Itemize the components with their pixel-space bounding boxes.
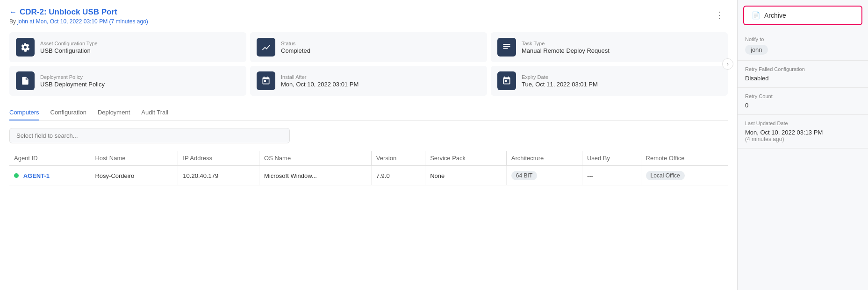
col-remote-office: Remote Office: [641, 151, 728, 166]
last-updated-label: Last Updated Date: [745, 120, 861, 126]
list-icon: [497, 38, 516, 57]
status-label: Status: [281, 41, 310, 46]
task-type-label: Task Type: [522, 41, 610, 46]
subtitle-user: john: [17, 18, 28, 25]
col-host-name: Host Name: [90, 151, 178, 166]
notify-to-label: Notify to: [745, 36, 861, 42]
cell-agent-id: AGENT-1: [9, 166, 90, 185]
tab-audit-trail[interactable]: Audit Trail: [141, 105, 168, 120]
sidebar: 📄 Archive Notify to john Retry Failed Co…: [737, 0, 868, 290]
cell-host-name: Rosy-Cordeiro: [90, 166, 178, 185]
calendar-install-icon: [257, 71, 275, 90]
page-subtitle: By john at Mon, Oct 10, 2022 03:10 PM (7…: [9, 18, 148, 25]
back-arrow-icon: ←: [9, 8, 17, 16]
retry-count-section: Retry Count 0: [738, 88, 868, 115]
install-after-label: Install After: [281, 74, 359, 80]
cell-architecture: 64 BIT: [506, 166, 582, 185]
archive-icon: 📄: [752, 11, 760, 20]
computers-table-wrapper: Agent ID Host Name IP Address OS Name Ve…: [9, 151, 728, 185]
col-architecture: Architecture: [506, 151, 582, 166]
info-card-deployment-policy: Deployment Policy USB Deployment Policy: [9, 66, 246, 96]
notify-to-section: Notify to john: [738, 31, 868, 61]
status-value: Completed: [281, 47, 310, 54]
gear-icon: [16, 38, 35, 57]
cell-ip-address: 10.20.40.179: [178, 166, 259, 185]
archive-label: Archive: [764, 12, 786, 19]
install-after-value: Mon, Oct 10, 2022 03:01 PM: [281, 81, 359, 88]
col-os-name: OS Name: [259, 151, 372, 166]
expiry-date-value: Tue, Oct 11, 2022 03:01 PM: [522, 81, 598, 88]
cell-os-name: Microsoft Window...: [259, 166, 372, 185]
remote-office-badge: Local Office: [646, 171, 685, 180]
trend-icon: [257, 38, 275, 57]
archive-button[interactable]: 📄 Archive: [743, 6, 862, 25]
expand-cards-button[interactable]: ›: [722, 58, 733, 70]
info-card-asset-config: Asset Configuration Type USB Configurati…: [9, 32, 246, 62]
task-type-value: Manual Remote Deploy Request: [522, 47, 610, 54]
info-card-status: Status Completed: [250, 32, 487, 62]
more-options-button[interactable]: ⋮: [711, 7, 728, 22]
notify-to-value: john: [745, 45, 768, 55]
svg-rect-1: [503, 46, 510, 47]
computers-table: Agent ID Host Name IP Address OS Name Ve…: [9, 151, 728, 185]
col-used-by: Used By: [582, 151, 641, 166]
retry-failed-section: Retry Failed Configuration Disabled: [738, 61, 868, 88]
retry-failed-value: Disabled: [745, 75, 861, 82]
status-online-dot: [14, 173, 19, 178]
info-card-install-after: Install After Mon, Oct 10, 2022 03:01 PM: [250, 66, 487, 96]
tab-deployment[interactable]: Deployment: [98, 105, 130, 120]
tab-configuration[interactable]: Configuration: [50, 105, 86, 120]
architecture-badge: 64 BIT: [511, 171, 537, 180]
expiry-date-label: Expiry Date: [522, 74, 598, 80]
tab-computers[interactable]: Computers: [9, 105, 39, 120]
svg-rect-2: [503, 48, 508, 49]
col-service-pack: Service Pack: [425, 151, 507, 166]
col-ip-address: IP Address: [178, 151, 259, 166]
deployment-policy-label: Deployment Policy: [40, 74, 105, 80]
agent-id-link[interactable]: AGENT-1: [23, 172, 50, 179]
info-card-task-type: Task Type Manual Remote Deploy Request: [491, 32, 728, 62]
page-title: CDR-2: Unblock USB Port: [20, 7, 117, 17]
cell-remote-office: Local Office: [641, 166, 728, 185]
subtitle-time: at Mon, Oct 10, 2022 03:10 PM (7 minutes…: [28, 18, 148, 25]
col-version: Version: [371, 151, 425, 166]
last-updated-value: Mon, Oct 10, 2022 03:13 PM: [745, 129, 861, 136]
doc-icon: [16, 71, 35, 90]
cell-used-by: ---: [582, 166, 641, 185]
info-card-expiry-date: Expiry Date Tue, Oct 11, 2022 03:01 PM: [491, 66, 728, 96]
table-row: AGENT-1 Rosy-Cordeiro 10.20.40.179 Micro…: [9, 166, 728, 185]
asset-config-label: Asset Configuration Type: [40, 41, 98, 46]
retry-failed-label: Retry Failed Configuration: [745, 66, 861, 72]
svg-rect-0: [503, 44, 510, 45]
deployment-policy-value: USB Deployment Policy: [40, 81, 105, 88]
info-cards-grid: Asset Configuration Type USB Configurati…: [9, 32, 728, 96]
retry-count-label: Retry Count: [745, 93, 861, 99]
cell-version: 7.9.0: [371, 166, 425, 185]
retry-count-value: 0: [745, 102, 861, 109]
cell-service-pack: None: [425, 166, 507, 185]
search-input[interactable]: [9, 128, 290, 143]
last-updated-ago: (4 minutes ago): [745, 136, 861, 142]
back-button[interactable]: ← CDR-2: Unblock USB Port: [9, 7, 148, 17]
last-updated-section: Last Updated Date Mon, Oct 10, 2022 03:1…: [738, 115, 868, 149]
tabs-bar: Computers Configuration Deployment Audit…: [9, 105, 728, 120]
calendar-expiry-icon: [497, 71, 516, 90]
asset-config-value: USB Configuration: [40, 47, 98, 54]
col-agent-id: Agent ID: [9, 151, 90, 166]
